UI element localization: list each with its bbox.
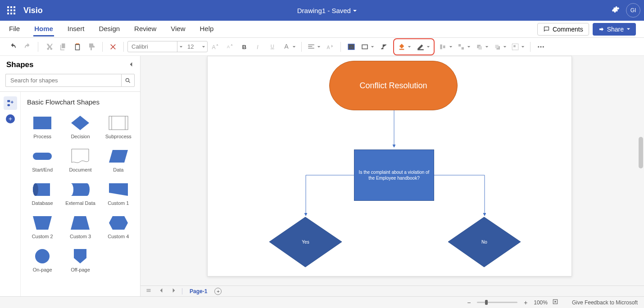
menu-file[interactable]: File [8, 22, 21, 36]
font-size-select[interactable]: 12 [185, 41, 200, 52]
menu-design[interactable]: Design [98, 22, 121, 36]
redo-button[interactable] [21, 40, 34, 54]
app-launcher[interactable] [4, 3, 19, 18]
shape-data[interactable]: Data [101, 145, 136, 175]
cut-button[interactable] [42, 40, 55, 54]
node-question[interactable]: Is the complaint about a violation of th… [354, 149, 434, 201]
shape-database[interactable]: Database [25, 179, 59, 208]
canvas[interactable]: Conflict Resolution Is the complaint abo… [207, 56, 572, 276]
node-yes[interactable]: Yes [268, 216, 343, 268]
svg-rect-27 [495, 45, 499, 48]
search-input[interactable] [5, 74, 121, 87]
page-tab-1[interactable]: Page-1 [186, 287, 211, 295]
shape-custom-2[interactable]: Custom 2 [25, 212, 59, 242]
line-color-button[interactable] [415, 40, 432, 54]
pages-list-icon[interactable] [144, 287, 153, 295]
prev-page-icon[interactable] [157, 287, 166, 295]
format-painter-button[interactable] [85, 40, 99, 54]
fill-color-button[interactable] [396, 40, 413, 54]
decrease-font-button[interactable]: A [223, 40, 236, 54]
shape-subprocess[interactable]: Subprocess [101, 112, 136, 142]
font-name-dropdown-icon[interactable] [177, 41, 185, 52]
shape-on-page[interactable]: On-page [25, 245, 59, 275]
search-button[interactable] [121, 74, 135, 87]
shape-start-end[interactable]: Start/End [25, 145, 59, 175]
more-options-button[interactable] [534, 40, 548, 54]
menu-home[interactable]: Home [33, 22, 54, 36]
arrange-align-button[interactable] [437, 40, 454, 54]
share-button[interactable]: Share [593, 23, 636, 36]
shape-process[interactable]: Process [25, 112, 59, 142]
menu-review[interactable]: Review [133, 22, 157, 36]
collapse-panel-icon[interactable] [128, 61, 134, 69]
zoom-slider[interactable] [477, 302, 517, 303]
connector-yes[interactable] [304, 174, 356, 219]
align-button[interactable] [305, 40, 322, 54]
zoom-level[interactable]: 100% [534, 299, 548, 306]
font-color-button[interactable]: A [281, 40, 298, 54]
shape-style-button[interactable] [359, 40, 376, 54]
shape-off-page[interactable]: Off-page [63, 245, 97, 275]
shape-decision[interactable]: Decision [63, 112, 97, 142]
underline-button[interactable]: U [266, 40, 280, 54]
add-page-button[interactable]: + [214, 288, 222, 295]
menu-help[interactable]: Help [199, 22, 215, 36]
node-no[interactable]: No [447, 216, 522, 268]
shape-document[interactable]: Document [63, 145, 97, 175]
delete-button[interactable] [106, 40, 120, 54]
svg-rect-21 [443, 45, 445, 48]
font-name-select[interactable]: Calibri [128, 41, 177, 52]
svg-point-30 [538, 46, 539, 47]
stencil-tab[interactable] [4, 96, 17, 110]
feedback-link[interactable]: Give Feedback to Microsoft [572, 299, 638, 306]
send-back-button[interactable] [491, 40, 508, 54]
increase-font-button[interactable]: A [209, 40, 222, 54]
shape-custom-4[interactable]: Custom 4 [101, 212, 136, 242]
svg-rect-0 [7, 6, 9, 8]
connector-button[interactable] [377, 40, 390, 54]
svg-marker-46 [71, 216, 90, 230]
position-button[interactable] [455, 40, 472, 54]
svg-rect-41 [33, 153, 52, 160]
copy-button[interactable] [56, 40, 70, 54]
undo-button[interactable] [6, 40, 20, 54]
svg-marker-42 [109, 150, 128, 163]
bring-front-button[interactable] [473, 40, 490, 54]
group-button[interactable] [509, 40, 526, 54]
shape-category: Basic Flowchart Shapes [25, 98, 136, 106]
italic-button[interactable]: I [252, 40, 265, 54]
add-stencil-button[interactable] [6, 114, 15, 123]
paste-button[interactable] [71, 40, 84, 54]
title-dropdown-icon[interactable] [353, 7, 357, 14]
next-page-icon[interactable] [169, 287, 178, 295]
zoom-in-button[interactable]: + [522, 299, 529, 306]
text-rotate-button[interactable]: A [323, 40, 337, 54]
svg-rect-2 [14, 6, 15, 8]
svg-rect-29 [513, 45, 516, 47]
shape-custom-1[interactable]: Custom 1 [101, 179, 136, 208]
svg-rect-5 [14, 9, 15, 11]
zoom-out-button[interactable]: − [465, 299, 472, 306]
vertical-scrollbar[interactable] [639, 137, 643, 168]
shape-external-data[interactable]: External Data [63, 179, 97, 208]
menu-view[interactable]: View [170, 22, 186, 36]
connector-no[interactable] [433, 174, 487, 219]
svg-point-32 [543, 46, 544, 47]
svg-rect-23 [462, 47, 464, 49]
avatar[interactable]: GI [626, 3, 640, 18]
svg-marker-49 [74, 249, 86, 263]
shape-custom-3[interactable]: Custom 3 [63, 212, 97, 242]
bold-button[interactable]: B [237, 40, 251, 54]
node-conflict-resolution[interactable]: Conflict Resolution [329, 61, 458, 110]
comments-button[interactable]: Comments [537, 23, 589, 36]
fit-page-icon[interactable] [552, 299, 558, 306]
connector-1[interactable] [392, 110, 396, 151]
svg-point-33 [126, 78, 129, 82]
document-title[interactable]: Drawing1 - Saved [297, 7, 351, 14]
menu-insert[interactable]: Insert [67, 22, 86, 36]
text-box-button[interactable]: A [345, 40, 358, 54]
settings-icon[interactable] [612, 5, 620, 15]
svg-rect-17 [362, 45, 367, 49]
font-size-dropdown-icon[interactable] [200, 41, 207, 52]
svg-rect-8 [14, 13, 15, 14]
